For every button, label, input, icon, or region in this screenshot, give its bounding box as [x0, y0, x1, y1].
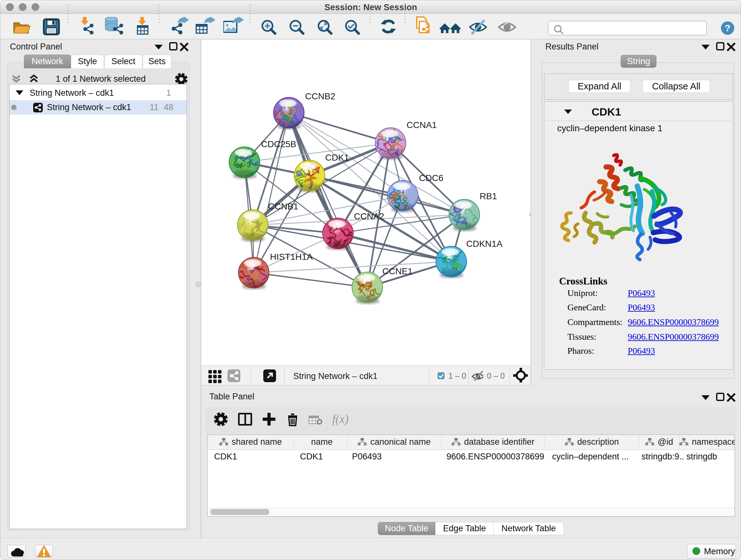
svg-text:CDK1: CDK1: [325, 152, 349, 163]
svg-text:RB1: RB1: [480, 191, 497, 201]
svg-text:CDKN1A: CDKN1A: [466, 239, 502, 249]
svg-text:CCNA2: CCNA2: [354, 211, 384, 221]
svg-text:CDC25B: CDC25B: [261, 139, 296, 149]
svg-text:CCNB1: CCNB1: [268, 201, 298, 211]
svg-text:CCNB2: CCNB2: [305, 91, 335, 101]
svg-text:CCNA1: CCNA1: [407, 120, 437, 130]
svg-text:HIST1H1A: HIST1H1A: [270, 252, 313, 262]
svg-text:CDC6: CDC6: [419, 173, 443, 183]
svg-text:CCNE1: CCNE1: [382, 266, 413, 276]
svg-text:?: ?: [725, 23, 731, 33]
